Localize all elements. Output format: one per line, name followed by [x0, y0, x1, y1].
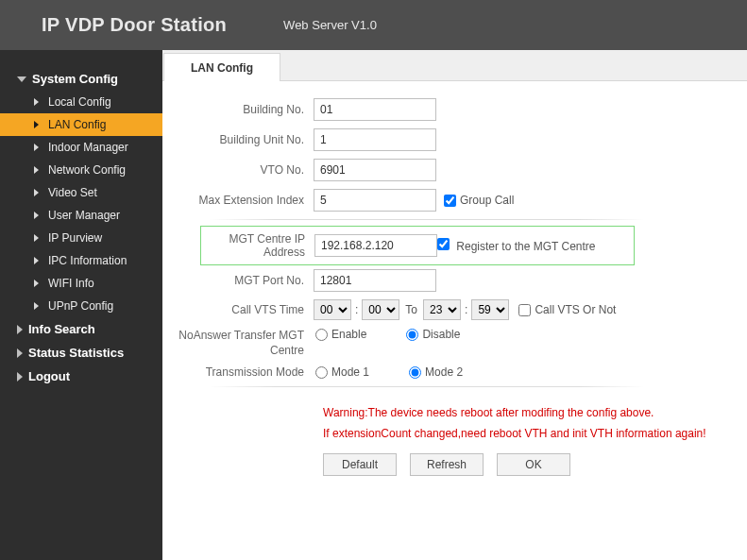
radio-na-enable[interactable]: [315, 329, 328, 341]
lbl-to: To: [405, 303, 417, 316]
input-building-no[interactable]: [314, 98, 436, 121]
nav-item-network-config[interactable]: Network Config: [0, 159, 162, 181]
nav-group-label: System Config: [32, 72, 118, 86]
nav-item-user-manager[interactable]: User Manager: [0, 204, 162, 227]
colon-1: :: [355, 303, 358, 316]
lbl-noanswer: NoAnswer Transfer MGT Centre: [172, 328, 314, 358]
tab-lan-config[interactable]: LAN Config: [163, 53, 280, 81]
sel-from-h[interactable]: 00: [314, 299, 351, 320]
warning: Warning:The device needs reboot after mo…: [323, 402, 738, 444]
lbl-transmission: Transmission Mode: [172, 365, 314, 379]
ok-button[interactable]: OK: [497, 453, 570, 476]
sel-from-m[interactable]: 00: [362, 299, 399, 320]
lbl-building-no: Building No.: [172, 103, 314, 116]
divider: [210, 386, 644, 387]
chevron-right-icon: [34, 234, 39, 242]
chevron-right-icon: [34, 98, 39, 106]
chevron-right-icon: [34, 166, 39, 174]
nav-group-info-search[interactable]: Info Search: [0, 317, 162, 341]
colon-2: :: [465, 303, 467, 316]
lbl-call-vts-or-not: Call VTS Or Not: [535, 303, 616, 316]
chevron-right-icon: [34, 302, 39, 310]
app-title: IP VDP Door Station: [42, 14, 227, 36]
lbl-group-call: Group Call: [460, 194, 514, 207]
nav-item-label: User Manager: [48, 209, 120, 222]
warning-line1: Warning:The device needs reboot after mo…: [323, 402, 738, 423]
lbl-register-mgt: Register to the MGT Centre: [456, 240, 595, 253]
divider: [210, 219, 644, 220]
lbl-mgt-ip: MGT Centre IP Address: [201, 232, 314, 259]
chevron-right-icon: [34, 212, 39, 219]
radio-tm-1[interactable]: [315, 366, 328, 379]
chevron-right-icon: [34, 121, 39, 128]
sel-to-h[interactable]: 23: [423, 299, 461, 320]
cb-call-vts[interactable]: [518, 304, 531, 316]
nav-group-label: Info Search: [28, 322, 95, 336]
lbl-vto-no: VTO No.: [172, 163, 314, 177]
chevron-right-icon: [34, 144, 39, 151]
input-unit-no[interactable]: [314, 128, 436, 151]
lbl-unit-no: Building Unit No.: [172, 133, 314, 146]
nav-group-label: Logout: [28, 369, 70, 383]
form: Building No. Building Unit No. VTO No. M…: [162, 81, 747, 485]
transmission-mode-2[interactable]: Mode 2: [407, 365, 463, 379]
chevron-right-icon: [34, 189, 39, 196]
nav-item-local-config[interactable]: Local Config: [0, 91, 162, 113]
arrow-icon: [17, 76, 26, 82]
nav-item-ipc-information[interactable]: IPC Information: [0, 249, 162, 272]
cb-group-call[interactable]: [444, 195, 456, 207]
nav-group-system-config[interactable]: System Config: [0, 67, 162, 91]
lbl-max-ext: Max Extension Index: [172, 194, 314, 207]
nav-item-video-set[interactable]: Video Set: [0, 181, 162, 204]
sel-to-m[interactable]: 59: [471, 299, 509, 320]
nav-item-label: UPnP Config: [48, 299, 113, 313]
input-vto-no[interactable]: [314, 159, 436, 181]
chevron-right-icon: [34, 280, 39, 287]
nav-item-label: Local Config: [48, 95, 111, 109]
lbl-mgt-port: MGT Port No.: [172, 274, 314, 287]
sidebar: System ConfigLocal ConfigLAN ConfigIndoo…: [0, 50, 162, 560]
input-mgt-port[interactable]: [314, 269, 436, 292]
nav-item-label: Video Set: [48, 186, 97, 199]
default-button[interactable]: Default: [323, 453, 397, 476]
warning-line2: If extensionCount changed,need reboot VT…: [323, 423, 738, 444]
tabs: LAN Config: [162, 50, 747, 81]
nav-item-label: Network Config: [48, 163, 126, 177]
header: IP VDP Door Station Web Server V1.0: [0, 0, 747, 50]
arrow-icon: [17, 348, 23, 358]
transmission-mode-1[interactable]: Mode 1: [314, 365, 369, 379]
mgt-ip-highlight: MGT Centre IP Address Register to the MG…: [200, 226, 635, 265]
nav-group-status-statistics[interactable]: Status Statistics: [0, 341, 162, 365]
input-mgt-ip[interactable]: [314, 234, 437, 257]
main: LAN Config Building No. Building Unit No…: [162, 50, 747, 560]
radio-tm-2[interactable]: [409, 366, 421, 379]
nav-item-lan-config[interactable]: LAN Config: [0, 113, 162, 136]
nav-item-ip-purview[interactable]: IP Purview: [0, 227, 162, 249]
cb-register-mgt[interactable]: [437, 238, 450, 250]
radio-na-disable[interactable]: [406, 329, 418, 341]
lbl-call-vts-time: Call VTS Time: [172, 303, 314, 316]
nav-item-wifi-info[interactable]: WIFI Info: [0, 272, 162, 295]
arrow-icon: [17, 325, 23, 334]
nav-item-label: IPC Information: [48, 254, 127, 267]
app-sub: Web Server V1.0: [283, 18, 377, 32]
chevron-right-icon: [34, 257, 39, 264]
nav-item-label: WIFI Info: [48, 277, 94, 290]
input-max-ext[interactable]: [314, 189, 436, 212]
nav-item-indoor-manager[interactable]: Indoor Manager: [0, 136, 162, 159]
nav-item-label: LAN Config: [48, 118, 106, 131]
nav-item-label: IP Purview: [48, 231, 102, 245]
refresh-button[interactable]: Refresh: [410, 453, 484, 476]
nav-group-label: Status Statistics: [28, 346, 124, 360]
noanswer-enable[interactable]: Enable: [314, 328, 366, 341]
noanswer-disable[interactable]: Disable: [404, 328, 460, 341]
nav-item-upnp-config[interactable]: UPnP Config: [0, 295, 162, 317]
nav-item-label: Indoor Manager: [48, 141, 128, 154]
nav-group-logout[interactable]: Logout: [0, 365, 162, 388]
arrow-icon: [17, 372, 23, 382]
